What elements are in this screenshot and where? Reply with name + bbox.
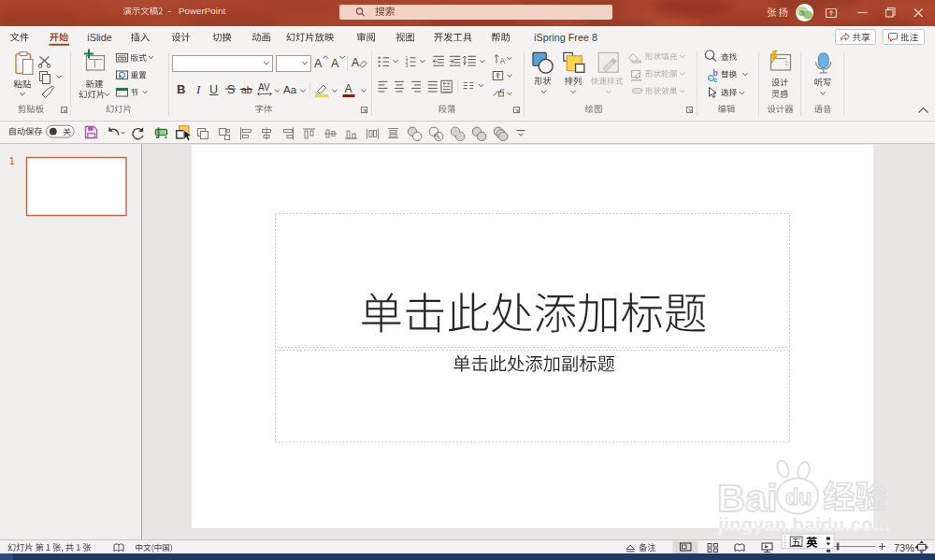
svg-text:A: A bbox=[314, 57, 323, 70]
svg-text:Bai: Bai bbox=[717, 476, 778, 520]
svg-text:1: 1 bbox=[9, 156, 15, 166]
svg-text:AV: AV bbox=[258, 82, 270, 93]
svg-text:PowerPoint: PowerPoint bbox=[179, 6, 225, 16]
svg-text:I: I bbox=[195, 82, 201, 96]
svg-text:A: A bbox=[331, 57, 339, 70]
svg-text:-: - bbox=[168, 6, 171, 16]
svg-text:Aa: Aa bbox=[283, 84, 297, 95]
svg-text:du: du bbox=[785, 485, 812, 510]
svg-text:A: A bbox=[352, 56, 359, 69]
svg-text:A: A bbox=[345, 82, 352, 95]
svg-text:73%: 73% bbox=[894, 542, 914, 553]
svg-text:3: 3 bbox=[406, 63, 409, 68]
svg-text:iSlide: iSlide bbox=[87, 32, 111, 43]
svg-text:A: A bbox=[500, 56, 506, 65]
svg-text:c: c bbox=[713, 76, 718, 84]
svg-text:B: B bbox=[177, 82, 185, 96]
svg-text:iSpring Free 8: iSpring Free 8 bbox=[534, 32, 597, 43]
svg-text:微: 微 bbox=[798, 9, 805, 16]
svg-text:U: U bbox=[209, 83, 218, 96]
